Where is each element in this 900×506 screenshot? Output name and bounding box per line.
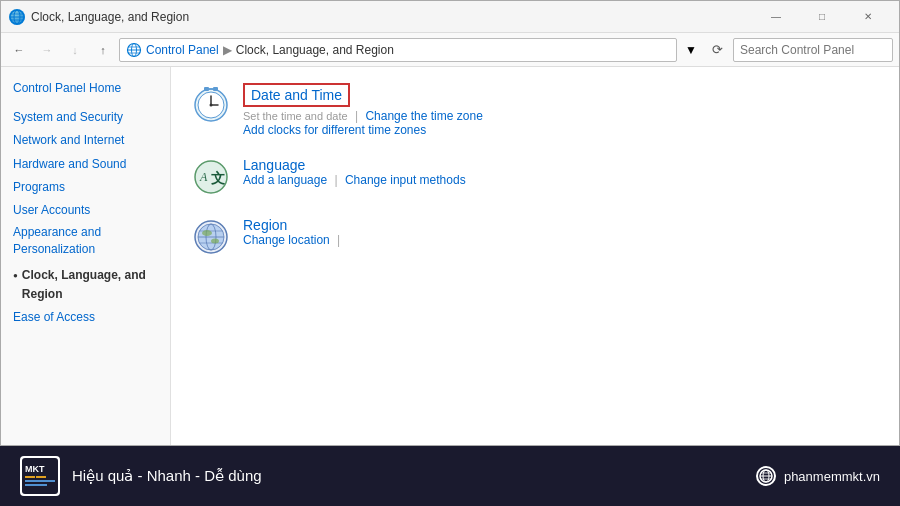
category-datetime: Date and Time Set the time and date | Ch…	[191, 83, 879, 137]
address-bar: ← → ↓ ↑ Control Panel ▶ Clock, Language,…	[1, 33, 899, 67]
footer-left: MKT Hiệu quả - Nhanh - Dễ dùng	[20, 456, 262, 496]
search-input[interactable]	[734, 43, 896, 57]
language-content: Language Add a language | Change input m…	[243, 157, 879, 187]
svg-point-28	[211, 239, 219, 244]
down-button[interactable]: ↓	[63, 38, 87, 62]
title-bar: Clock, Language, and Region — □ ✕	[1, 1, 899, 33]
datetime-link-timezone[interactable]: Change the time zone	[365, 109, 482, 123]
sidebar-item-programs[interactable]: Programs	[13, 176, 158, 199]
region-location[interactable]: Change location	[243, 233, 330, 247]
title-bar-left: Clock, Language, and Region	[9, 9, 189, 25]
datetime-title-link[interactable]: Date and Time	[251, 87, 342, 103]
breadcrumb-current: Clock, Language, and Region	[236, 43, 394, 57]
sidebar: Control Panel Home System and Security N…	[1, 67, 171, 445]
sidebar-item-user[interactable]: User Accounts	[13, 199, 158, 222]
language-add[interactable]: Add a language	[243, 173, 327, 187]
region-links: Change location |	[243, 233, 879, 247]
forward-button[interactable]: →	[35, 38, 59, 62]
sidebar-item-network[interactable]: Network and Internet	[13, 129, 158, 152]
language-icon: A 文	[191, 157, 231, 197]
svg-rect-31	[25, 476, 35, 478]
address-dropdown[interactable]: ▼	[681, 38, 701, 62]
datetime-icon	[191, 83, 231, 123]
bullet-icon: ●	[13, 270, 18, 283]
datetime-strikethrough: Set the time and date	[243, 110, 348, 122]
region-icon	[191, 217, 231, 257]
back-button[interactable]: ←	[7, 38, 31, 62]
svg-text:A: A	[199, 170, 208, 184]
svg-rect-32	[36, 476, 46, 478]
content-area: Control Panel Home System and Security N…	[1, 67, 899, 445]
datetime-links: Set the time and date | Change the time …	[243, 109, 879, 137]
refresh-button[interactable]: ⟳	[705, 38, 729, 62]
datetime-content: Date and Time Set the time and date | Ch…	[243, 83, 879, 137]
language-input[interactable]: Change input methods	[345, 173, 466, 187]
svg-text:文: 文	[211, 170, 225, 186]
sidebar-clock-label: Clock, Language, and Region	[22, 266, 158, 304]
breadcrumb-control-panel[interactable]: Control Panel	[146, 43, 219, 57]
mkt-logo: MKT	[20, 456, 60, 496]
category-language: A 文 Language Add a language | Change inp…	[191, 157, 879, 197]
datetime-title-box: Date and Time	[243, 83, 350, 107]
sidebar-item-home[interactable]: Control Panel Home	[13, 77, 158, 100]
svg-point-27	[202, 230, 212, 236]
datetime-title-wrapper: Date and Time	[243, 83, 879, 107]
search-icon: 🔍	[896, 43, 900, 56]
footer-slogan: Hiệu quả - Nhanh - Dễ dùng	[72, 467, 262, 485]
svg-rect-33	[25, 480, 55, 482]
address-box[interactable]: Control Panel ▶ Clock, Language, and Reg…	[119, 38, 677, 62]
window-controls: — □ ✕	[753, 1, 891, 33]
svg-point-14	[210, 104, 213, 107]
language-links: Add a language | Change input methods	[243, 173, 879, 187]
main-panel: Date and Time Set the time and date | Ch…	[171, 67, 899, 445]
datetime-link-clocks[interactable]: Add clocks for different time zones	[243, 123, 426, 137]
minimize-button[interactable]: —	[753, 1, 799, 33]
sidebar-item-system[interactable]: System and Security	[13, 106, 158, 129]
up-button[interactable]: ↑	[91, 38, 115, 62]
maximize-button[interactable]: □	[799, 1, 845, 33]
svg-text:MKT: MKT	[25, 464, 45, 474]
language-title[interactable]: Language	[243, 157, 305, 173]
window-icon	[9, 9, 25, 25]
sidebar-item-hardware[interactable]: Hardware and Sound	[13, 153, 158, 176]
globe-icon	[756, 466, 776, 486]
close-button[interactable]: ✕	[845, 1, 891, 33]
region-title[interactable]: Region	[243, 217, 287, 233]
svg-rect-34	[25, 484, 47, 486]
window-title: Clock, Language, and Region	[31, 10, 189, 24]
category-region: Region Change location |	[191, 217, 879, 257]
footer-website[interactable]: phanmemmkt.vn	[784, 469, 880, 484]
search-box[interactable]: 🔍	[733, 38, 893, 62]
sidebar-item-clock-active: ● Clock, Language, and Region	[13, 264, 158, 306]
sidebar-item-appearance[interactable]: Appearance andPersonalization	[13, 222, 158, 260]
main-window: Clock, Language, and Region — □ ✕ ← → ↓ …	[0, 0, 900, 446]
footer-bar: MKT Hiệu quả - Nhanh - Dễ dùng phanmemmk…	[0, 446, 900, 506]
sidebar-item-ease[interactable]: Ease of Access	[13, 306, 158, 329]
mkt-logo-text: MKT	[22, 458, 58, 494]
footer-right: phanmemmkt.vn	[756, 466, 880, 486]
region-content: Region Change location |	[243, 217, 879, 247]
